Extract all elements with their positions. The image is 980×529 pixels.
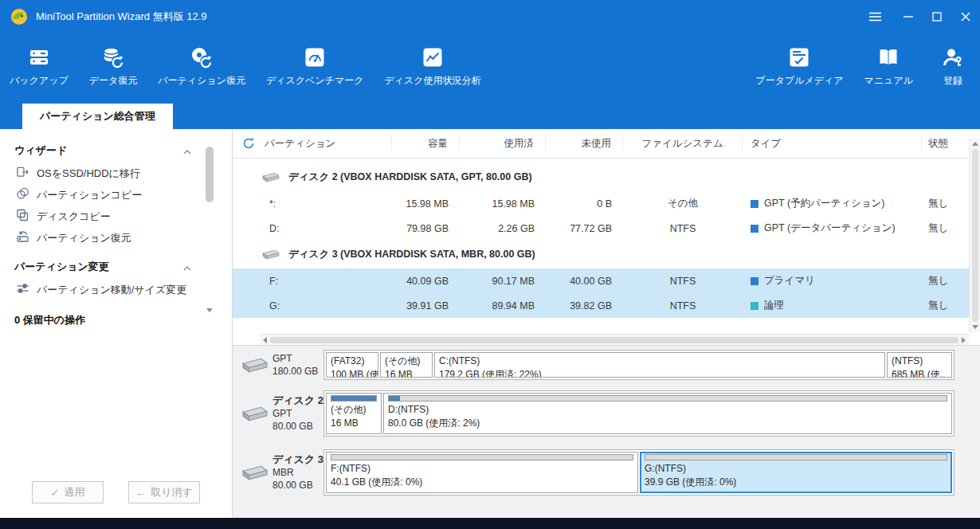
partition-block-g[interactable]: G:(NTFS) 39.9 GB (使用済: 0%) xyxy=(640,452,952,493)
vertical-scrollbar-thumb[interactable] xyxy=(972,149,978,322)
disk-icon xyxy=(261,249,280,261)
toolbar-manual-label: マニュアル xyxy=(864,74,913,88)
cell-unused: 77.72 GB xyxy=(546,216,623,241)
cell-status: 無し xyxy=(922,216,969,241)
table-row-d[interactable]: D: 79.98 GB 2.26 GB 77.72 GB NTFS GPT (デ… xyxy=(233,216,969,241)
table-vertical-scrollbar[interactable] xyxy=(969,139,980,332)
refresh-icon[interactable] xyxy=(242,137,255,150)
close-button[interactable] xyxy=(951,0,980,33)
disk1-partitions: (FAT32) 100 MB (使.. (その他) 16 MB C:(NTFS)… xyxy=(323,350,955,380)
table-header-row: パーティション 容量 使用済 未使用 ファイルシステム タイプ 状態 xyxy=(233,129,969,159)
toolbar-disk-usage-analysis-label: ディスク使用状況分析 xyxy=(384,74,480,88)
partition-block-fat32[interactable]: (FAT32) 100 MB (使.. xyxy=(326,352,378,378)
sidebar-item-disk-copy[interactable]: ディスクコピー xyxy=(14,206,199,227)
partition-type-color-icon xyxy=(751,200,759,208)
sidebar-item-migrate-os[interactable]: OSをSSD/HDDに移行 xyxy=(14,163,199,184)
apply-button[interactable]: ✓ 適用 xyxy=(32,481,104,504)
horizontal-scrollbar-thumb[interactable] xyxy=(270,337,958,343)
disk2-labels: ディスク 2 GPT 80.00 GB xyxy=(272,394,323,433)
undo-button[interactable]: ← 取り消す xyxy=(128,481,200,504)
sidebar-section-partition-change[interactable]: パーティション変更 xyxy=(14,255,191,279)
disk-icon xyxy=(261,171,280,183)
table-row-f[interactable]: F: 40.09 GB 90.17 MB 40.00 GB NTFS プライマリ… xyxy=(233,268,969,293)
scroll-down-arrow[interactable] xyxy=(972,325,978,329)
toolbar-backup-button[interactable]: バックアップ xyxy=(10,45,69,88)
cell-capacity: 40.09 GB xyxy=(392,268,460,293)
sidebar-scrollbar-down-arrow[interactable] xyxy=(206,308,213,312)
partition-block-recovery[interactable]: (NTFS) 685 MB (使.. xyxy=(887,352,952,378)
sidebar-item-partition-recovery[interactable]: パーティション復元 xyxy=(14,227,199,249)
disk2-name: ディスク 2 xyxy=(272,394,323,407)
move-resize-icon xyxy=(16,282,29,297)
app-window: MiniTool Partition Wizard 無料版 12.9 xyxy=(0,0,980,529)
cell-capacity: 39.91 GB xyxy=(392,293,460,318)
cell-type: プライマリ xyxy=(743,268,922,293)
column-header-type: タイプ xyxy=(743,135,922,151)
table-horizontal-scrollbar[interactable] xyxy=(260,334,969,345)
bottom-strip xyxy=(0,518,980,529)
partition-recovery-icon xyxy=(190,45,213,69)
disk3-scheme: MBR xyxy=(272,466,323,479)
sidebar-item-disk-copy-label: ディスクコピー xyxy=(37,210,111,224)
partition-block-other2[interactable]: (その他) 16 MB xyxy=(326,393,382,434)
sidebar-menu: ウィザード OSをSSD/HDDに移行 パーティションコピー xyxy=(0,129,232,300)
partition-block-c[interactable]: C:(NTFS) 179.2 GB (使用済: 22%) xyxy=(434,352,885,378)
cell-unused: 0 B xyxy=(546,191,623,216)
disk2-group-row[interactable]: ディスク 2 (VBOX HARDDISK SATA, GPT, 80.00 G… xyxy=(233,163,969,191)
cell-name: G: xyxy=(233,293,392,318)
tab-partition-management[interactable]: パーティション総合管理 xyxy=(22,104,173,129)
sidebar-scrollbar[interactable] xyxy=(205,147,214,303)
sidebar-item-move-resize[interactable]: パーティション移動/サイズ変更 xyxy=(14,279,199,300)
toolbar-partition-recovery-button[interactable]: パーティション復元 xyxy=(158,45,245,88)
disk-copy-icon xyxy=(16,209,29,224)
disk1-size: 180.00 GB xyxy=(272,365,323,378)
cell-unused: 40.00 GB xyxy=(546,268,623,293)
disk-icon xyxy=(237,356,272,374)
tab-bar: パーティション総合管理 xyxy=(0,104,980,129)
toolbar-disk-benchmark-button[interactable]: ディスクベンチマーク xyxy=(266,45,364,88)
toolbar-right-group: ブータブルメディア マニュアル xyxy=(755,45,972,88)
disk3-map-row: ディスク 3 MBR 80.00 GB F:(NTFS) 40.1 GB (使用… xyxy=(237,446,980,499)
partition-table: パーティション 容量 使用済 未使用 ファイルシステム タイプ 状態 ディスク … xyxy=(233,129,980,345)
partition-block-other1[interactable]: (その他) 16 MB xyxy=(380,352,433,378)
sidebar-section-wizard[interactable]: ウィザード xyxy=(14,139,191,163)
disk3-labels: ディスク 3 MBR 80.00 GB xyxy=(272,453,323,492)
sidebar-item-partition-copy[interactable]: パーティションコピー xyxy=(14,184,199,206)
cell-name: *: xyxy=(233,191,392,216)
toolbar-disk-usage-analysis-button[interactable]: ディスク使用状況分析 xyxy=(384,45,480,88)
toolbar-disk-benchmark-label: ディスクベンチマーク xyxy=(266,74,364,88)
minimize-button[interactable] xyxy=(894,0,923,33)
column-header-unused: 未使用 xyxy=(546,135,623,151)
table-row-reserved[interactable]: *: 15.98 MB 15.98 MB 0 B その他 GPT (予約パーティ… xyxy=(233,191,969,216)
partition-block-d[interactable]: D:(NTFS) 80.0 GB (使用済: 2%) xyxy=(383,393,952,434)
toolbar-data-recovery-button[interactable]: データ復元 xyxy=(89,45,138,88)
toolbar-bootable-media-button[interactable]: ブータブルメディア xyxy=(755,45,843,88)
disk3-group-row[interactable]: ディスク 3 (VBOX HARDDISK SATA, MBR, 80.00 G… xyxy=(233,241,969,268)
maximize-button[interactable] xyxy=(923,0,951,33)
minitool-logo-icon xyxy=(10,7,29,26)
partition-block-f[interactable]: F:(NTFS) 40.1 GB (使用済: 0%) xyxy=(326,452,638,493)
table-row-g[interactable]: G: 39.91 GB 89.94 MB 39.82 GB NTFS 論理 無し xyxy=(233,293,969,318)
window-controls xyxy=(860,0,980,33)
column-header-used: 使用済 xyxy=(460,135,546,151)
disk3-name: ディスク 3 xyxy=(272,453,323,466)
toolbar-partition-recovery-label: パーティション復元 xyxy=(158,74,245,88)
toolbar-register-button[interactable]: 登録 xyxy=(934,45,972,88)
sidebar-scrollbar-thumb[interactable] xyxy=(206,147,214,202)
scroll-left-arrow[interactable] xyxy=(263,337,267,343)
cell-status: 無し xyxy=(922,293,969,318)
chevron-up-icon xyxy=(183,145,191,157)
menu-icon[interactable] xyxy=(860,0,889,33)
disk-icon xyxy=(237,464,272,482)
pending-operations: 0 保留中の操作 xyxy=(14,313,232,327)
usage-strip xyxy=(331,454,633,460)
partition-copy-icon xyxy=(16,187,29,202)
scroll-up-arrow[interactable] xyxy=(972,142,978,146)
sidebar-item-migrate-os-label: OSをSSD/HDDに移行 xyxy=(37,167,140,181)
toolbar-manual-button[interactable]: マニュアル xyxy=(864,45,913,88)
undo-arrow-icon: ← xyxy=(135,487,146,499)
cell-unused: 39.82 GB xyxy=(546,293,623,318)
scroll-right-arrow[interactable] xyxy=(962,337,966,343)
check-icon: ✓ xyxy=(51,487,60,499)
disk2-group-label: ディスク 2 (VBOX HARDDISK SATA, GPT, 80.00 G… xyxy=(288,170,532,184)
